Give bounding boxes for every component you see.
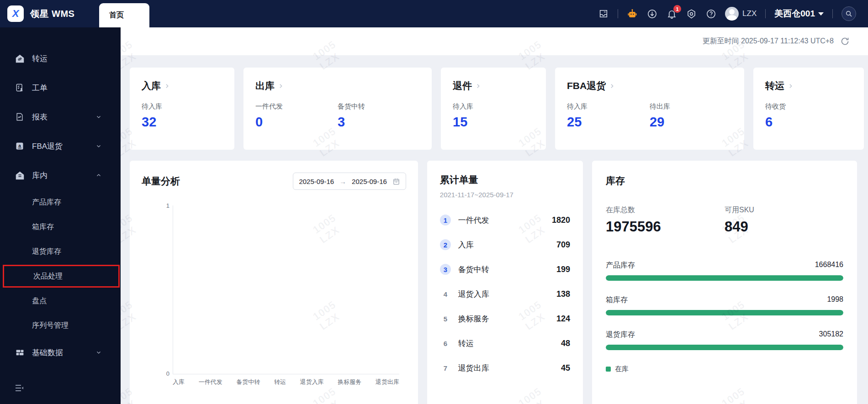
inventory-bars: 产品库存 1668416 箱库存 1998 xyxy=(606,261,843,350)
refresh-icon[interactable] xyxy=(840,37,850,46)
sidebar-item-label: 基础数据 xyxy=(32,347,63,358)
stat-pending-inbound: 待入库 15 xyxy=(453,102,534,130)
sidebar-item-label: 退货库存 xyxy=(32,247,61,257)
stat-value: 6 xyxy=(765,115,852,130)
chevron-right-icon xyxy=(475,83,481,89)
list-item: 3 备货中转 199 xyxy=(440,257,570,282)
legend-in-stock: 在库 xyxy=(606,365,843,373)
progress-bar xyxy=(606,345,843,350)
stat-pending-receive: 待收货 6 xyxy=(765,102,852,130)
help-icon[interactable] xyxy=(705,8,716,19)
date-from: 2025-09-16 xyxy=(299,178,334,185)
stat-value: 3 xyxy=(338,115,420,130)
card-transfer-header[interactable]: 转运 xyxy=(765,79,852,92)
sidebar-item-box-inventory[interactable]: 箱库存 xyxy=(0,215,121,239)
list-item: 1 一件代发 1820 xyxy=(440,208,570,232)
rank-badge: 3 xyxy=(440,264,451,275)
progress-bar xyxy=(606,275,843,281)
stat-pending-outbound: 待出库 29 xyxy=(650,102,732,130)
topbar-divider xyxy=(618,9,618,18)
progress-bar xyxy=(606,310,843,315)
sidebar-item-in-warehouse[interactable]: 库内 xyxy=(0,161,121,190)
chevron-down-icon xyxy=(818,12,824,16)
chevron-right-icon xyxy=(164,83,170,89)
list-item: 4 退货入库 138 xyxy=(440,282,570,306)
update-strip: 更新至时间 2025-09-17 11:12:43 UTC+8 xyxy=(121,27,868,55)
rank-number: 6 xyxy=(440,340,451,347)
tab-home[interactable]: 首页 xyxy=(99,3,149,27)
sidebar-item-defective-handling[interactable]: 次品处理 xyxy=(3,265,120,288)
stat-value: 32 xyxy=(142,115,222,130)
user-menu[interactable]: LZX xyxy=(725,7,757,21)
card-returns: 退件 待入库 15 xyxy=(441,68,546,150)
calendar-icon xyxy=(392,178,400,185)
rank-badge: 2 xyxy=(440,239,451,250)
inventory-bar-return: 退货库存 305182 xyxy=(606,330,843,350)
bell-icon[interactable]: 1 xyxy=(666,8,677,19)
sidebar-item-transfer[interactable]: 转运 xyxy=(0,44,121,73)
sidebar-item-fba-returns[interactable]: a FBA退货 xyxy=(0,131,121,161)
transfer-icon xyxy=(15,53,25,63)
sidebar-item-product-inventory[interactable]: 产品库存 xyxy=(0,190,121,215)
chevron-down-icon xyxy=(96,350,101,355)
sidebar: 转运 工单 报表 a FBA退货 库内 产品库存 xyxy=(0,27,121,404)
sidebar-item-return-inventory[interactable]: 退货库存 xyxy=(0,239,121,264)
work-order-icon xyxy=(15,83,25,93)
sidebar-item-label: 转运 xyxy=(32,53,48,64)
list-item: 2 入库 709 xyxy=(440,232,570,257)
inbox-icon[interactable] xyxy=(598,8,609,19)
stat-value: 29 xyxy=(650,115,732,130)
panel-title: 库存 xyxy=(606,174,843,187)
sidebar-item-serial-management[interactable]: 序列号管理 xyxy=(0,313,121,338)
warehouse-selector[interactable]: 美西仓001 xyxy=(774,8,824,20)
top-bar: X 领星 WMS 首页 xyxy=(0,0,868,27)
chevron-right-icon xyxy=(278,83,284,89)
arrow-right-icon: → xyxy=(339,178,346,185)
stat-value: 25 xyxy=(567,115,650,130)
sidebar-item-label: 序列号管理 xyxy=(32,321,69,331)
stat-pending-inbound: 待入库 32 xyxy=(142,102,222,130)
chevron-down-icon xyxy=(96,143,101,149)
sidebar-item-label: 次品处理 xyxy=(33,272,63,281)
volume-chart: 1 0 xyxy=(173,205,399,374)
list-item: 5 换标服务 124 xyxy=(440,306,570,331)
notification-badge: 1 xyxy=(673,5,681,13)
sidebar-item-base-data[interactable]: 基础数据 xyxy=(0,338,121,367)
card-fba-returns-header[interactable]: FBA退货 xyxy=(567,79,732,92)
base-data-icon xyxy=(15,347,25,357)
card-transfer: 转运 待收货 6 xyxy=(753,68,864,150)
collapse-sidebar-icon[interactable] xyxy=(0,377,121,399)
sidebar-item-stocktake[interactable]: 盘点 xyxy=(0,289,121,313)
inventory-bar-box: 箱库存 1998 xyxy=(606,295,843,315)
sidebar-item-work-order[interactable]: 工单 xyxy=(0,73,121,102)
robot-icon[interactable] xyxy=(627,8,638,19)
card-outbound-header[interactable]: 出库 xyxy=(255,79,420,92)
topbar-actions: 1 LZX 美西仓001 xyxy=(598,0,856,27)
rank-number: 5 xyxy=(440,315,451,323)
legend-swatch xyxy=(606,367,611,372)
download-icon[interactable] xyxy=(646,8,657,19)
summary-cards-row: 入库 待入库 32 出库 一件代发 xyxy=(130,68,857,150)
sidebar-item-reports[interactable]: 报表 xyxy=(0,102,121,131)
date-range-picker[interactable]: 2025-09-16 → 2025-09-16 xyxy=(293,173,406,190)
panel-inventory: 库存 在库总数 1975596 可用SKU 849 产品库存 xyxy=(592,161,857,404)
avatar xyxy=(725,7,739,21)
card-returns-header[interactable]: 退件 xyxy=(453,79,534,92)
list-item: 6 转运 48 xyxy=(440,331,570,356)
settings-icon[interactable] xyxy=(686,8,697,19)
y-axis-tick: 0 xyxy=(161,370,169,377)
card-inbound-header[interactable]: 入库 xyxy=(142,79,222,92)
panel-cumulative-volume: 累计单量 2021-11-17~2025-09-17 1 一件代发 1820 2… xyxy=(427,161,583,404)
chevron-down-icon xyxy=(96,114,101,120)
sidebar-item-label: 盘点 xyxy=(32,296,47,306)
card-fba-returns: FBA退货 待入库 25 待出库 29 xyxy=(555,68,744,150)
stat-stock-transit: 备货中转 3 xyxy=(338,102,420,130)
search-icon[interactable] xyxy=(842,6,856,21)
panel-title: 累计单量 xyxy=(440,173,570,186)
date-to: 2025-09-16 xyxy=(352,178,387,185)
svg-text:a: a xyxy=(18,143,21,148)
topbar-divider xyxy=(765,9,766,18)
cumulative-list: 1 一件代发 1820 2 入库 709 3 备货中转 199 xyxy=(440,208,570,380)
report-icon xyxy=(15,112,25,122)
rank-number: 7 xyxy=(440,364,451,372)
